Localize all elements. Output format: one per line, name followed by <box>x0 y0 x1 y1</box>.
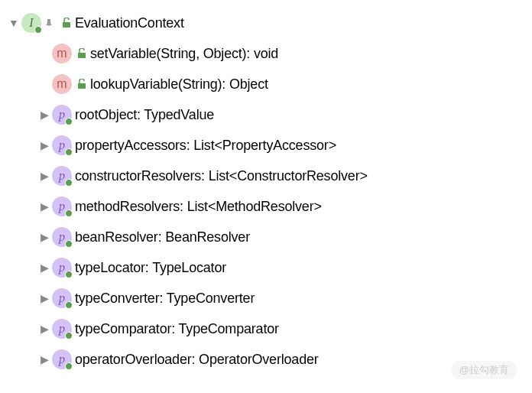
tree-item[interactable]: ▶prootObject: TypedValue <box>0 99 532 130</box>
lock-open-icon <box>75 79 89 89</box>
watermark: @拉勾教育 <box>452 361 517 379</box>
expand-arrow-icon[interactable]: ▶ <box>37 261 52 274</box>
property-icon: p <box>52 288 72 308</box>
property-icon: p <box>52 227 72 247</box>
tree-item-label: typeLocator: TypeLocator <box>75 260 226 276</box>
tree-item[interactable]: mlookupVariable(String): Object <box>0 69 532 99</box>
tree-item-label: typeConverter: TypeConverter <box>75 291 255 307</box>
collapse-arrow-icon[interactable]: ▼ <box>6 17 21 29</box>
property-icon: p <box>52 196 72 216</box>
expand-arrow-icon[interactable]: ▶ <box>37 170 52 182</box>
tree-item-label: rootObject: TypedValue <box>75 107 214 123</box>
tree-root-label: EvaluationContext <box>75 15 184 31</box>
tree-item[interactable]: ▶pconstructorResolvers: List<Constructor… <box>0 161 532 191</box>
lock-open-icon <box>75 48 89 59</box>
tree-item-label: constructorResolvers: List<ConstructorRe… <box>75 168 368 184</box>
expand-arrow-icon[interactable]: ▶ <box>37 231 52 243</box>
lock-open-icon <box>60 18 73 28</box>
property-icon: p <box>52 319 72 339</box>
interface-icon: I <box>21 13 41 33</box>
tree-item[interactable]: msetVariable(String, Object): void <box>0 38 532 69</box>
tree-item[interactable]: ▶ppropertyAccessors: List<PropertyAccess… <box>0 130 532 161</box>
pin-icon <box>46 19 57 27</box>
svg-rect-0 <box>63 22 70 28</box>
expand-arrow-icon[interactable]: ▶ <box>37 323 52 335</box>
tree-item[interactable]: ▶pmethodResolvers: List<MethodResolver> <box>0 191 532 222</box>
expand-arrow-icon[interactable]: ▶ <box>37 292 52 304</box>
tree-item-label: setVariable(String, Object): void <box>90 46 278 62</box>
tree-item-label: lookupVariable(String): Object <box>90 76 268 93</box>
expand-arrow-icon[interactable]: ▶ <box>37 200 52 213</box>
expand-arrow-icon[interactable]: ▶ <box>37 139 52 151</box>
tree-item[interactable]: ▶ptypeLocator: TypeLocator <box>0 252 532 283</box>
tree-item-label: propertyAccessors: List<PropertyAccessor… <box>75 138 336 154</box>
method-icon: m <box>52 44 72 63</box>
property-icon: p <box>52 349 72 369</box>
property-icon: p <box>52 135 72 155</box>
tree-item-label: typeComparator: TypeComparator <box>75 321 279 337</box>
tree-item-label: methodResolvers: List<MethodResolver> <box>75 199 322 215</box>
tree-item[interactable]: ▶ptypeComparator: TypeComparator <box>0 313 532 344</box>
tree-item[interactable]: ▶ptypeConverter: TypeConverter <box>0 283 532 313</box>
tree-item[interactable]: ▶pbeanResolver: BeanResolver <box>0 222 532 252</box>
property-icon: p <box>52 258 72 278</box>
property-icon: p <box>52 166 72 186</box>
tree-item-label: beanResolver: BeanResolver <box>75 229 250 245</box>
expand-arrow-icon[interactable]: ▶ <box>37 353 52 365</box>
tree-item-label: operatorOverloader: OperatorOverloader <box>75 352 319 368</box>
property-icon: p <box>52 105 72 125</box>
svg-rect-2 <box>78 83 86 89</box>
svg-rect-1 <box>78 53 86 58</box>
tree-children: msetVariable(String, Object): voidmlooku… <box>0 38 532 375</box>
tree-root-row[interactable]: ▼ I EvaluationContext <box>0 8 532 38</box>
expand-arrow-icon[interactable]: ▶ <box>37 109 52 121</box>
method-icon: m <box>52 74 72 94</box>
